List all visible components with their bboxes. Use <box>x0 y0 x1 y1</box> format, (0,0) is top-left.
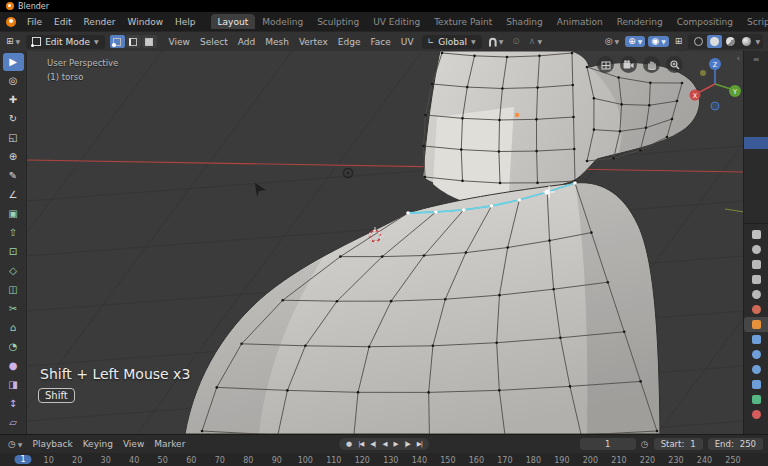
viewport-menu-add[interactable]: Add <box>233 35 260 49</box>
viewport-menu-face[interactable]: Face <box>365 35 395 49</box>
frame-tick-140[interactable]: 140 <box>412 456 427 465</box>
tool-transform[interactable]: ⊕ <box>3 148 24 166</box>
viewport-menu-mesh[interactable]: Mesh <box>260 35 294 49</box>
timeline-ruler[interactable]: 1102030405060708090100110120130140150160… <box>0 453 768 466</box>
blender-menu-icon[interactable] <box>6 17 16 27</box>
editor-type-button[interactable]: ⊞ ▼ <box>3 36 23 47</box>
menu-edit[interactable]: Edit <box>48 15 77 29</box>
properties-tab-view-layer[interactable] <box>744 272 768 287</box>
workspace-tab-sculpting[interactable]: Sculpting <box>310 14 366 29</box>
frame-tick-40[interactable]: 40 <box>129 456 139 465</box>
properties-tab-physics[interactable] <box>744 362 768 377</box>
frame-tick-180[interactable]: 180 <box>526 456 541 465</box>
tool-smooth[interactable]: ● <box>3 357 24 375</box>
viewport-menu-view[interactable]: View <box>164 35 195 49</box>
toggle-perspective-button[interactable] <box>597 56 614 73</box>
tool-shear[interactable]: ▱ <box>3 414 24 432</box>
tool-measure[interactable]: ∠ <box>3 186 24 204</box>
tool-cursor[interactable]: ◎ <box>3 72 24 90</box>
properties-tab-active-tool[interactable] <box>744 227 768 242</box>
menu-file[interactable]: File <box>21 15 48 29</box>
frame-tick-170[interactable]: 170 <box>497 456 512 465</box>
viewport-menu-vertex[interactable]: Vertex <box>294 35 333 49</box>
frame-tick-60[interactable]: 60 <box>186 456 196 465</box>
frame-tick-120[interactable]: 120 <box>355 456 370 465</box>
viewport-3d[interactable]: User Perspective (1) torso ‹ <box>27 51 743 434</box>
properties-tab-object-data[interactable] <box>744 392 768 407</box>
material-preview-button[interactable] <box>723 35 738 48</box>
frame-tick-50[interactable]: 50 <box>158 456 168 465</box>
menu-render[interactable]: Render <box>78 15 122 29</box>
frame-tick-250[interactable]: 250 <box>725 456 740 465</box>
proportional-falloff-dropdown[interactable]: ∧ ▼ <box>526 36 545 47</box>
record-button[interactable]: ● <box>343 439 354 449</box>
properties-tab-material[interactable] <box>744 407 768 422</box>
current-frame-indicator[interactable]: 1 <box>14 455 31 464</box>
xray-toggle[interactable]: ⊞ <box>672 36 686 47</box>
viewport-menu-edge[interactable]: Edge <box>333 35 366 49</box>
frame-tick-70[interactable]: 70 <box>215 456 225 465</box>
next-keyframe-button[interactable]: |▶ <box>402 439 413 449</box>
frame-tick-160[interactable]: 160 <box>469 456 484 465</box>
properties-tab-object[interactable] <box>744 317 768 332</box>
workspace-tab-shading[interactable]: Shading <box>499 14 550 29</box>
menu-help[interactable]: Help <box>169 15 202 29</box>
workspace-tab-layout[interactable]: Layout <box>211 14 256 29</box>
outliner-selected-row[interactable] <box>744 137 768 149</box>
tool-shrink-fatten[interactable]: ↕ <box>3 395 24 413</box>
timeline-menu-playback[interactable]: Playback <box>27 438 77 450</box>
menu-window[interactable]: Window <box>122 15 170 29</box>
camera-view-button[interactable] <box>620 56 637 73</box>
navigation-gizmo[interactable]: Z X Y <box>687 54 743 114</box>
frame-tick-240[interactable]: 240 <box>697 456 712 465</box>
wireframe-shading-button[interactable] <box>691 35 706 48</box>
show-overlays-toggle[interactable]: ◉ ▼ <box>648 36 668 47</box>
start-frame-field[interactable]: Start: 1 <box>654 438 703 450</box>
tool-poly-build[interactable]: ⌂ <box>3 319 24 337</box>
mode-dropdown[interactable]: Edit Mode ▼ <box>26 35 104 49</box>
rendered-shading-button[interactable] <box>739 35 754 48</box>
frame-tick-100[interactable]: 100 <box>298 456 313 465</box>
object-type-visibility-dropdown[interactable]: ◎ ▼ <box>602 36 622 47</box>
play-reverse-button[interactable]: ◀ <box>380 439 390 449</box>
viewport-menu-select[interactable]: Select <box>195 35 233 49</box>
transform-orientation-dropdown[interactable]: ∟ Global ▼ <box>422 35 482 49</box>
frame-tick-10[interactable]: 10 <box>44 456 54 465</box>
frame-tick-30[interactable]: 30 <box>101 456 111 465</box>
zoom-view-button[interactable] <box>666 56 683 73</box>
tool-add-cube[interactable]: ▣ <box>3 205 24 223</box>
play-button[interactable]: ▶ <box>391 439 401 449</box>
tool-select-box[interactable]: ▶ <box>3 53 24 71</box>
timeline-menu-keying[interactable]: Keying <box>78 438 118 450</box>
workspace-tab-texture-paint[interactable]: Texture Paint <box>427 14 499 29</box>
solid-shading-button[interactable] <box>707 35 722 48</box>
frame-tick-200[interactable]: 200 <box>583 456 598 465</box>
frame-tick-110[interactable]: 110 <box>326 456 341 465</box>
gizmo-neg-y-axis[interactable] <box>700 70 706 76</box>
frame-tick-220[interactable]: 220 <box>640 456 655 465</box>
properties-tab-world[interactable] <box>744 302 768 317</box>
properties-tab-modifiers[interactable] <box>744 332 768 347</box>
tool-knife[interactable]: ✂ <box>3 300 24 318</box>
frame-tick-150[interactable]: 150 <box>440 456 455 465</box>
outliner-collapsed[interactable]: ≡ <box>744 51 768 224</box>
tool-spin[interactable]: ◔ <box>3 338 24 356</box>
workspace-tab-uv-editing[interactable]: UV Editing <box>366 14 427 29</box>
gizmo-neg-z-axis[interactable] <box>711 102 719 110</box>
frame-tick-190[interactable]: 190 <box>554 456 569 465</box>
properties-tab-output[interactable] <box>744 257 768 272</box>
snap-toggle-button[interactable]: ▼ <box>485 36 507 48</box>
frame-tick-210[interactable]: 210 <box>611 456 626 465</box>
frame-tick-20[interactable]: 20 <box>72 456 82 465</box>
pan-view-button[interactable] <box>643 56 660 73</box>
workspace-tab-compositing[interactable]: Compositing <box>670 14 740 29</box>
face-select-button[interactable] <box>142 35 157 48</box>
proportional-editing-button[interactable]: ⊙ <box>509 36 523 47</box>
jump-to-end-button[interactable]: ▶| <box>414 439 425 449</box>
tool-bevel[interactable]: ◇ <box>3 262 24 280</box>
viewport-menu-uv[interactable]: UV <box>396 35 419 49</box>
tool-move[interactable]: ✚ <box>3 91 24 109</box>
show-gizmo-toggle[interactable]: ⊕ ▼ <box>625 36 645 47</box>
properties-tab-particles[interactable] <box>744 347 768 362</box>
end-frame-field[interactable]: End: 250 <box>708 438 763 450</box>
